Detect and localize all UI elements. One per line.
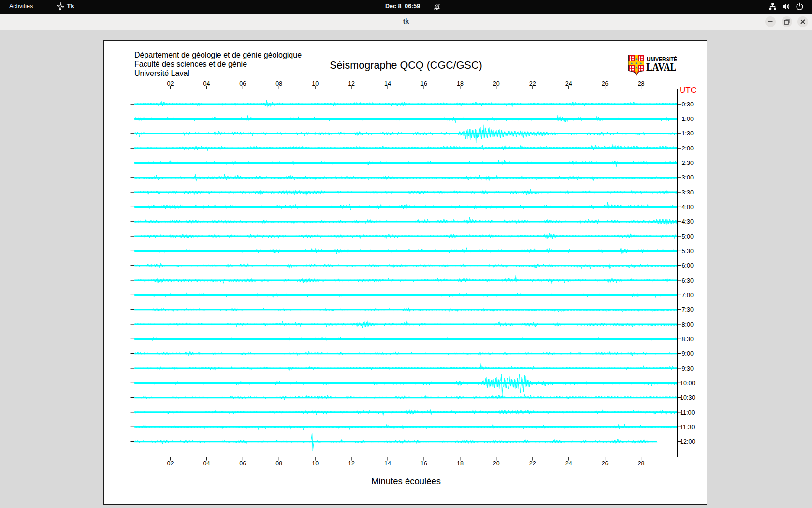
svg-text:Département de géologie et de: Département de géologie et de génie géol… xyxy=(134,51,302,59)
svg-text:5:00: 5:00 xyxy=(682,233,694,240)
svg-text:12: 12 xyxy=(348,460,355,467)
svg-text:Séismographe QCQ (CGC/GSC): Séismographe QCQ (CGC/GSC) xyxy=(330,59,482,71)
svg-text:Faculté des sciences et de gén: Faculté des sciences et de génie xyxy=(134,60,247,68)
svg-text:12:00: 12:00 xyxy=(680,438,695,445)
svg-text:28: 28 xyxy=(638,460,645,467)
svg-text:10:00: 10:00 xyxy=(680,380,695,387)
svg-text:6:30: 6:30 xyxy=(682,277,694,284)
svg-text:26: 26 xyxy=(602,460,609,467)
svg-text:9:30: 9:30 xyxy=(682,365,694,372)
svg-text:1:00: 1:00 xyxy=(682,116,694,122)
svg-text:14: 14 xyxy=(384,460,391,467)
svg-text:1:30: 1:30 xyxy=(682,130,694,137)
svg-text:2:00: 2:00 xyxy=(682,145,694,152)
svg-text:02: 02 xyxy=(167,460,174,467)
svg-text:Minutes écoulées: Minutes écoulées xyxy=(371,476,441,486)
svg-text:04: 04 xyxy=(203,460,210,467)
svg-text:3:30: 3:30 xyxy=(682,189,694,196)
svg-text:8:00: 8:00 xyxy=(682,321,694,328)
svg-text:2:30: 2:30 xyxy=(682,160,694,166)
svg-text:5:30: 5:30 xyxy=(682,248,694,254)
svg-text:18: 18 xyxy=(457,460,464,467)
svg-text:7:30: 7:30 xyxy=(682,306,694,313)
svg-text:3:00: 3:00 xyxy=(682,174,694,181)
svg-text:4:30: 4:30 xyxy=(682,218,694,225)
svg-text:22: 22 xyxy=(529,460,536,467)
svg-text:16: 16 xyxy=(420,460,427,467)
svg-text:11:00: 11:00 xyxy=(680,409,695,416)
svg-text:11:30: 11:30 xyxy=(680,424,695,431)
svg-text:UTC: UTC xyxy=(680,86,696,95)
svg-text:24: 24 xyxy=(566,460,572,467)
svg-text:8:30: 8:30 xyxy=(682,336,694,343)
svg-text:7:00: 7:00 xyxy=(682,292,694,299)
svg-text:6:00: 6:00 xyxy=(682,262,694,269)
svg-text:4:00: 4:00 xyxy=(682,204,694,210)
svg-text:Université Laval: Université Laval xyxy=(134,69,189,77)
svg-text:0:30: 0:30 xyxy=(682,101,694,108)
svg-text:LAVAL: LAVAL xyxy=(646,61,676,74)
svg-text:9:00: 9:00 xyxy=(682,350,694,357)
svg-text:20: 20 xyxy=(493,460,500,467)
svg-text:06: 06 xyxy=(239,460,246,467)
svg-text:08: 08 xyxy=(276,460,282,467)
svg-text:10: 10 xyxy=(312,460,319,467)
svg-text:10:30: 10:30 xyxy=(680,394,695,401)
